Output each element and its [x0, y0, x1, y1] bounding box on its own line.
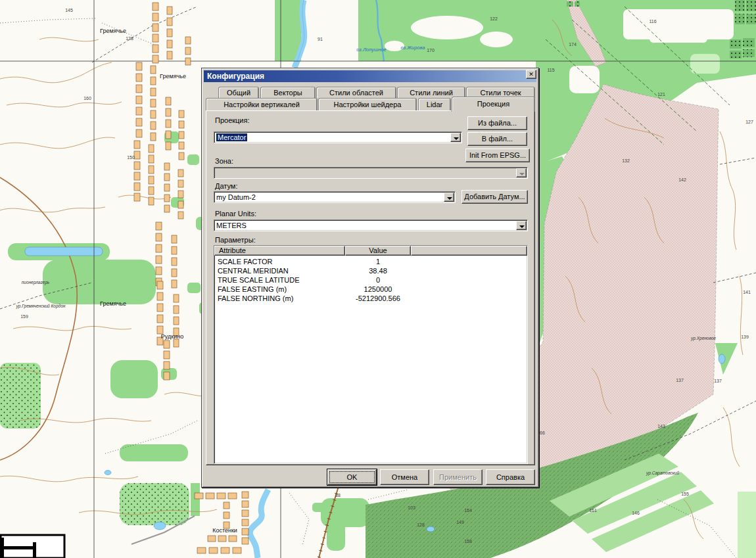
- map-neatline-box: [0, 535, 64, 558]
- map-building: [172, 235, 177, 243]
- map-label: 132: [622, 158, 630, 163]
- map-building: [157, 292, 163, 300]
- column-header-value[interactable]: Value: [345, 246, 411, 256]
- map-building: [172, 258, 177, 266]
- column-header-empty[interactable]: [411, 246, 527, 256]
- map-label: 121: [657, 92, 665, 97]
- map-building: [153, 45, 158, 53]
- map-label: 128: [417, 523, 425, 527]
- tab-obschiy[interactable]: Общий: [218, 87, 259, 98]
- from-file-button[interactable]: Из файла...: [467, 116, 527, 130]
- apply-button[interactable]: Применить: [433, 469, 483, 485]
- add-datum-button[interactable]: Добавить Датум...: [461, 190, 528, 204]
- map-building: [218, 536, 226, 542]
- column-header-attribute[interactable]: Attribute: [214, 246, 345, 256]
- map-building: [195, 493, 203, 499]
- map-building: [209, 547, 218, 553]
- map-building: [156, 267, 162, 275]
- planar-units-combobox[interactable]: METERS: [214, 220, 528, 231]
- chevron-down-icon: [516, 168, 527, 177]
- map-building: [134, 193, 140, 201]
- map-building: [164, 340, 170, 348]
- map-building: [151, 66, 156, 74]
- map-building: [153, 24, 158, 32]
- tab-stili-oblastey[interactable]: Стили областей: [316, 87, 396, 98]
- to-file-button[interactable]: В файл...: [467, 132, 527, 146]
- map-label: 137: [676, 378, 684, 383]
- map-building: [172, 246, 177, 254]
- map-building: [174, 339, 179, 347]
- cancel-button[interactable]: Отмена: [380, 469, 429, 485]
- map-label: 174: [569, 42, 577, 47]
- map-building: [149, 155, 154, 163]
- map-building: [178, 170, 183, 177]
- tab-proektsiya[interactable]: Проекция: [452, 97, 535, 112]
- parameters-table[interactable]: Attribute Value SCALE FACTOR1CENTRAL MER…: [214, 245, 528, 464]
- map-building: [217, 493, 225, 499]
- map-building: [136, 85, 142, 93]
- map-building: [179, 110, 184, 118]
- map-building: [166, 120, 171, 128]
- param-row[interactable]: SCALE FACTOR1: [214, 257, 527, 266]
- map-building: [197, 547, 206, 553]
- projection-value: Mercator: [216, 133, 247, 141]
- map-building: [156, 222, 162, 230]
- map-label: Гремячье: [100, 28, 126, 34]
- map-label: 142: [678, 177, 686, 182]
- chevron-down-icon[interactable]: [516, 221, 527, 230]
- init-from-epsg-button[interactable]: Init From EPSG...: [465, 149, 530, 162]
- close-icon[interactable]: ✕: [526, 70, 536, 79]
- map-building: [172, 269, 177, 277]
- help-button[interactable]: Справка: [486, 469, 535, 485]
- dialog-titlebar[interactable]: Конфигурация: [204, 70, 536, 82]
- map-building: [153, 34, 158, 42]
- map-building: [151, 110, 156, 118]
- tab-vektory[interactable]: Векторы: [260, 87, 316, 98]
- map-label: 103: [408, 505, 415, 510]
- tab-nastroyki-vertikaley[interactable]: Настройки вертикалей: [206, 98, 318, 110]
- map-building: [164, 163, 170, 170]
- map-building: [167, 18, 172, 26]
- param-row[interactable]: CENTRAL MERIDIAN38.48: [214, 266, 527, 275]
- map-label: 137: [714, 379, 722, 383]
- parameters-table-body: SCALE FACTOR1CENTRAL MERIDIAN38.48TRUE S…: [214, 256, 527, 303]
- map-building: [157, 304, 163, 312]
- map-building: [206, 493, 214, 499]
- projection-label: Проекция:: [215, 116, 250, 124]
- map-building: [164, 174, 170, 181]
- map-building: [166, 142, 171, 150]
- map-label: пионерлагерь: [22, 280, 50, 285]
- map-building: [242, 492, 248, 498]
- parameters-table-header: Attribute Value: [214, 246, 527, 256]
- map-label: 154: [464, 508, 472, 513]
- map-building: [134, 183, 140, 191]
- tab-nastroyki-sheydera[interactable]: Настройки шейдера: [318, 98, 417, 110]
- map-building: [179, 121, 184, 128]
- map-label: 145: [65, 8, 73, 12]
- param-row[interactable]: TRUE SCALE LATITUDE0: [214, 275, 527, 285]
- map-building: [166, 108, 171, 116]
- datum-combobox[interactable]: my Datum-2: [214, 191, 456, 203]
- ok-button[interactable]: OK: [327, 469, 377, 485]
- map-label: 161: [589, 508, 597, 513]
- map-building: [174, 306, 179, 314]
- map-building: [164, 184, 170, 191]
- map-label: 150: [127, 155, 135, 160]
- zone-combobox[interactable]: [214, 167, 528, 179]
- map-building: [134, 172, 140, 180]
- map-building: [134, 141, 140, 149]
- projection-combobox[interactable]: Mercator: [214, 131, 462, 143]
- map-building: [149, 145, 154, 152]
- chevron-down-icon[interactable]: [444, 193, 454, 202]
- map-label: 122: [490, 16, 498, 21]
- tab-lidar[interactable]: Lidar: [418, 98, 451, 110]
- param-row[interactable]: FALSE EASTING (m)1250000: [214, 285, 527, 294]
- app-workspace: 145Гремячье138Гремячье16015091оз.Лопушно…: [0, 0, 756, 558]
- planar-units-label: Planar Units:: [215, 210, 256, 218]
- map-building: [157, 281, 163, 289]
- chevron-down-icon[interactable]: [450, 133, 461, 142]
- param-row[interactable]: FALSE NORTHING (m)-5212900.566: [214, 294, 527, 303]
- map-label: 139: [741, 335, 749, 339]
- map-building: [242, 501, 248, 507]
- map-building: [185, 47, 191, 55]
